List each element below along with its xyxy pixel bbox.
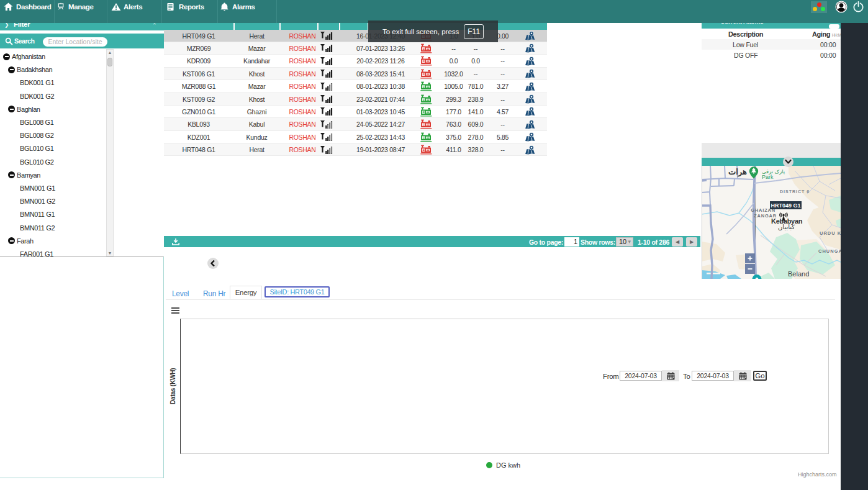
svg-text:CHUNGAR: CHUNGAR bbox=[818, 248, 841, 254]
svg-text:DISTRICT 6: DISTRICT 6 bbox=[780, 189, 810, 194]
svg-text:Beland: Beland bbox=[788, 270, 809, 278]
svg-text:هرات: هرات bbox=[728, 167, 747, 177]
svg-text:URDU KHA: URDU KHA bbox=[820, 230, 841, 236]
svg-text:Park: Park bbox=[762, 174, 774, 180]
svg-text:كبابيان: كبابيان bbox=[778, 224, 795, 230]
svg-text:HRT049 G1: HRT049 G1 bbox=[771, 202, 800, 209]
